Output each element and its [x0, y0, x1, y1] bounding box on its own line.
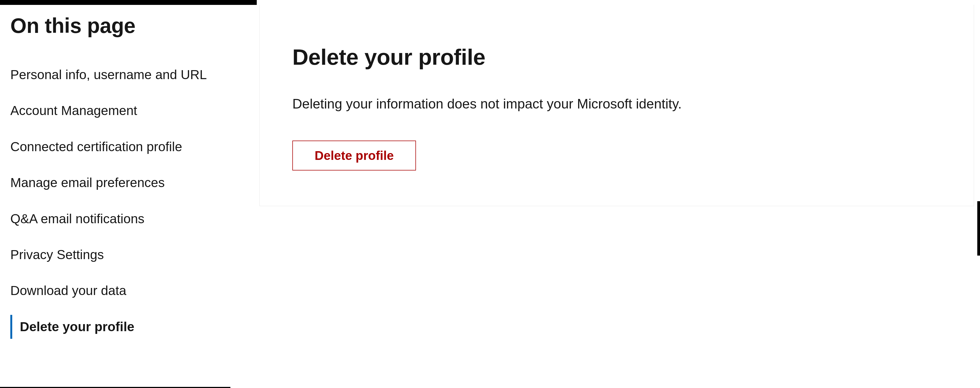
top-black-bar [0, 0, 257, 5]
sidebar-item-account-management[interactable]: Account Management [10, 93, 250, 129]
sidebar-item-manage-email-preferences[interactable]: Manage email preferences [10, 165, 250, 201]
sidebar-item-connected-certification[interactable]: Connected certification profile [10, 129, 250, 165]
main-delete-profile-panel: Delete your profile Deleting your inform… [259, 5, 974, 206]
sidebar-item-download-your-data[interactable]: Download your data [10, 273, 250, 308]
sidebar-on-this-page: On this page Personal info, username and… [10, 14, 250, 345]
delete-profile-button[interactable]: Delete profile [292, 141, 416, 171]
sidebar-item-delete-your-profile[interactable]: Delete your profile [10, 309, 250, 345]
sidebar-item-personal-info[interactable]: Personal info, username and URL [10, 57, 250, 93]
right-edge-decoration [977, 201, 980, 255]
delete-profile-description: Deleting your information does not impac… [292, 94, 941, 113]
sidebar-bottom-divider [0, 387, 231, 388]
sidebar-nav: Personal info, username and URL Account … [10, 57, 250, 345]
sidebar-title: On this page [10, 14, 250, 38]
sidebar-item-privacy-settings[interactable]: Privacy Settings [10, 237, 250, 273]
delete-profile-heading: Delete your profile [292, 44, 941, 70]
sidebar-item-qa-email-notifications[interactable]: Q&A email notifications [10, 201, 250, 237]
